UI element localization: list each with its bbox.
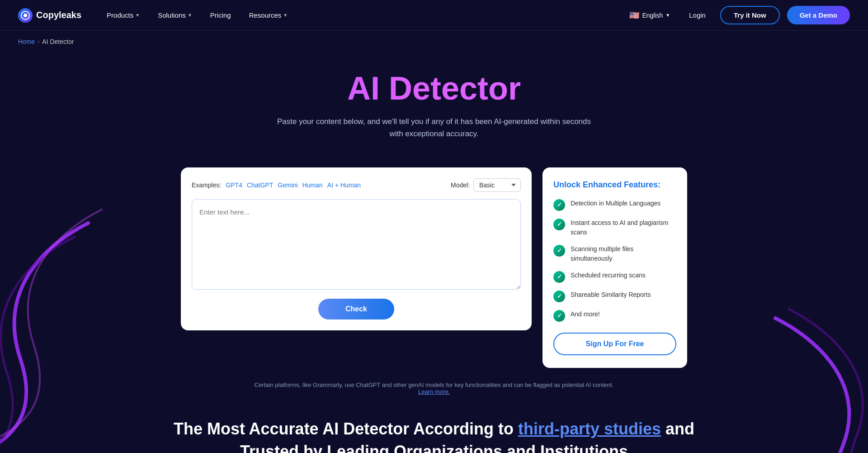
feature-item-0: Detection in Multiple Languages [553, 199, 676, 211]
check-icon-5 [553, 310, 565, 322]
bottom-section: The Most Accurate AI Detector According … [0, 395, 868, 453]
get-demo-button[interactable]: Get a Demo [787, 6, 850, 24]
feature-text-0: Detection in Multiple Languages [571, 199, 660, 208]
examples-section: Examples: GPT4 ChatGPT Gemini Human AI +… [192, 181, 361, 189]
text-input[interactable] [192, 199, 521, 290]
feature-item-3: Scheduled recurring scans [553, 271, 676, 283]
check-icon-1 [553, 219, 565, 230]
feature-item-1: Instant access to AI and plagiarism scan… [553, 218, 676, 237]
model-select[interactable]: Basic Standard Advanced [473, 178, 521, 192]
breadcrumb-current: AI Detector [42, 38, 74, 45]
signup-free-button[interactable]: Sign Up For Free [553, 333, 676, 355]
breadcrumb: Home › AI Detector [0, 31, 868, 52]
check-icon-0 [553, 199, 565, 211]
nav-item-resources[interactable]: Resources ▼ [242, 8, 295, 23]
example-link-chatgpt[interactable]: ChatGPT [247, 181, 273, 189]
tool-area: Examples: GPT4 ChatGPT Gemini Human AI +… [163, 167, 705, 368]
feature-text-1: Instant access to AI and plagiarism scan… [571, 218, 676, 237]
nav-right: 🇺🇸 English ▼ Login Try it Now Get a Demo [625, 6, 850, 24]
detector-header: Examples: GPT4 ChatGPT Gemini Human AI +… [192, 178, 521, 192]
check-icon-2 [553, 245, 565, 257]
nav-item-pricing[interactable]: Pricing [203, 8, 238, 23]
detector-card: Examples: GPT4 ChatGPT Gemini Human AI +… [181, 167, 532, 330]
feature-text-5: And more! [571, 310, 600, 319]
login-button[interactable]: Login [682, 8, 713, 23]
feature-text-3: Scheduled recurring scans [571, 271, 646, 280]
examples-label: Examples: [192, 181, 221, 189]
example-link-gpt4[interactable]: GPT4 [226, 181, 242, 189]
model-selector: Model: Basic Standard Advanced [451, 178, 521, 192]
chevron-down-icon: ▼ [283, 13, 288, 18]
third-party-link[interactable]: third-party studies [518, 420, 661, 438]
disclaimer: Certain platforms, like Grammarly, use C… [231, 381, 637, 395]
check-icon-4 [553, 291, 565, 302]
bottom-title: The Most Accurate AI Detector According … [18, 418, 850, 453]
main-content: Home › AI Detector AI Detector Paste you… [0, 31, 868, 453]
features-card: Unlock Enhanced Features: Detection in M… [542, 167, 687, 368]
language-selector[interactable]: 🇺🇸 English ▼ [625, 8, 675, 23]
feature-item-4: Shareable Similarity Reports [553, 290, 676, 302]
model-label: Model: [451, 181, 470, 189]
try-now-button[interactable]: Try it Now [720, 6, 780, 24]
chevron-down-icon: ▼ [188, 13, 192, 18]
check-icon-3 [553, 271, 565, 283]
page-title-section: AI Detector Paste your content below, an… [0, 52, 868, 149]
feature-text-4: Shareable Similarity Reports [571, 290, 651, 300]
logo-text: Copyleaks [36, 10, 81, 20]
example-link-human[interactable]: Human [302, 181, 323, 189]
svg-point-1 [24, 14, 27, 17]
chevron-down-icon: ▼ [665, 13, 670, 18]
logo[interactable]: Copyleaks [18, 8, 81, 23]
breadcrumb-home-link[interactable]: Home [18, 38, 35, 45]
nav-links: Products ▼ Solutions ▼ Pricing Resources… [99, 8, 625, 23]
flag-icon: 🇺🇸 [629, 10, 639, 20]
page-subtitle: Paste your content below, and we'll tell… [276, 115, 592, 140]
breadcrumb-separator: › [38, 38, 39, 45]
navigation: Copyleaks Products ▼ Solutions ▼ Pricing… [0, 0, 868, 31]
example-link-gemini[interactable]: Gemini [278, 181, 297, 189]
logo-icon [18, 8, 33, 23]
page-title: AI Detector [9, 71, 859, 106]
nav-item-solutions[interactable]: Solutions ▼ [151, 8, 199, 23]
feature-item-2: Scanning multiple files simultaneously [553, 244, 676, 263]
example-link-ai-human[interactable]: AI + Human [327, 181, 361, 189]
disclaimer-link[interactable]: Learn more. [418, 388, 450, 395]
feature-item-5: And more! [553, 310, 676, 322]
nav-item-products[interactable]: Products ▼ [99, 8, 147, 23]
chevron-down-icon: ▼ [135, 13, 140, 18]
feature-text-2: Scanning multiple files simultaneously [571, 244, 676, 263]
features-title: Unlock Enhanced Features: [553, 180, 676, 190]
check-button[interactable]: Check [318, 299, 394, 319]
